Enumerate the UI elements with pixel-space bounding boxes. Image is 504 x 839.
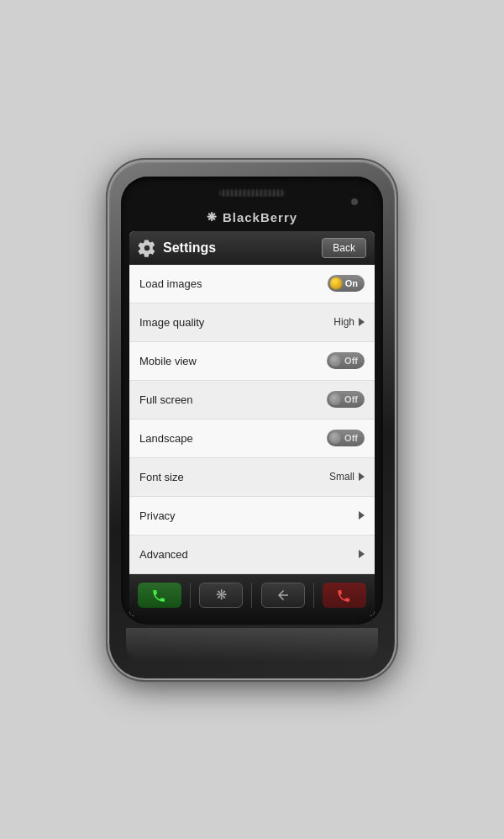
landscape-value: Off <box>344 433 358 443</box>
load-images-toggle[interactable]: On <box>328 275 365 292</box>
setting-row-full-screen[interactable]: Full screen Off <box>129 381 375 420</box>
load-images-value: On <box>345 278 358 288</box>
privacy-arrow <box>359 511 365 520</box>
full-screen-toggle[interactable]: Off <box>327 391 365 408</box>
font-size-text: Small <box>329 471 354 483</box>
back-button[interactable]: Back <box>322 238 366 258</box>
brand-name: BlackBerry <box>223 210 297 224</box>
mobile-view-value: Off <box>344 356 358 366</box>
setting-row-privacy[interactable]: Privacy <box>129 497 375 536</box>
mobile-view-toggle[interactable]: Off <box>327 352 365 369</box>
nav-divider-2 <box>251 583 252 608</box>
settings-title-text: Settings <box>163 240 216 256</box>
phone-reflection <box>126 628 378 662</box>
end-call-button[interactable] <box>323 583 366 608</box>
advanced-arrow <box>359 550 365 558</box>
advanced-label: Advanced <box>139 548 188 561</box>
nav-divider-1 <box>190 583 191 608</box>
nav-divider-3 <box>313 583 314 608</box>
back-nav-button[interactable] <box>261 583 305 608</box>
image-quality-value: High <box>333 316 365 328</box>
landscape-toggle[interactable]: Off <box>327 430 365 446</box>
setting-row-landscape[interactable]: Landscape Off <box>129 420 375 458</box>
bb-menu-icon: ❋ <box>216 587 227 603</box>
toggle-off-dot-2 <box>329 393 341 405</box>
setting-row-load-images[interactable]: Load images On <box>129 265 375 303</box>
full-screen-label: Full screen <box>139 393 193 406</box>
setting-row-mobile-view[interactable]: Mobile view Off <box>129 342 375 381</box>
image-quality-arrow <box>359 318 365 326</box>
phone-device: ❋ BlackBerry Settings Back Load images <box>109 161 395 678</box>
font-size-value: Small <box>329 471 365 483</box>
settings-title-group: Settings <box>138 239 216 257</box>
toggle-on-dot <box>330 277 342 289</box>
end-call-icon <box>335 588 354 603</box>
mobile-view-label: Mobile view <box>139 355 197 367</box>
phone-inner: ❋ BlackBerry Settings Back Load images <box>121 177 383 625</box>
setting-row-font-size[interactable]: Font size Small <box>129 458 375 497</box>
bb-menu-button[interactable]: ❋ <box>199 583 243 608</box>
full-screen-value: Off <box>344 394 358 404</box>
bb-logo-icon: ❋ <box>207 210 218 224</box>
setting-row-image-quality[interactable]: Image quality High <box>129 303 375 342</box>
font-size-arrow <box>359 472 365 481</box>
toggle-off-dot-3 <box>329 432 341 444</box>
camera-indicator <box>351 198 358 205</box>
call-icon <box>150 588 169 603</box>
privacy-label: Privacy <box>139 509 176 522</box>
phone-screen: Settings Back Load images On Image quali… <box>129 231 375 616</box>
landscape-label: Landscape <box>139 432 193 445</box>
brand-logo: ❋ BlackBerry <box>129 207 375 231</box>
speaker-grille <box>218 188 286 197</box>
image-quality-label: Image quality <box>139 316 204 329</box>
back-nav-icon <box>275 588 291 603</box>
image-quality-text: High <box>333 316 354 328</box>
settings-list: Load images On Image quality High <box>129 265 375 574</box>
call-button[interactable] <box>138 583 181 608</box>
toggle-off-dot <box>329 355 341 367</box>
setting-row-advanced[interactable]: Advanced <box>129 536 375 574</box>
gear-icon <box>138 239 156 257</box>
settings-header: Settings Back <box>129 231 375 265</box>
load-images-label: Load images <box>139 277 202 290</box>
bottom-nav: ❋ <box>129 574 375 616</box>
font-size-label: Font size <box>139 471 184 483</box>
